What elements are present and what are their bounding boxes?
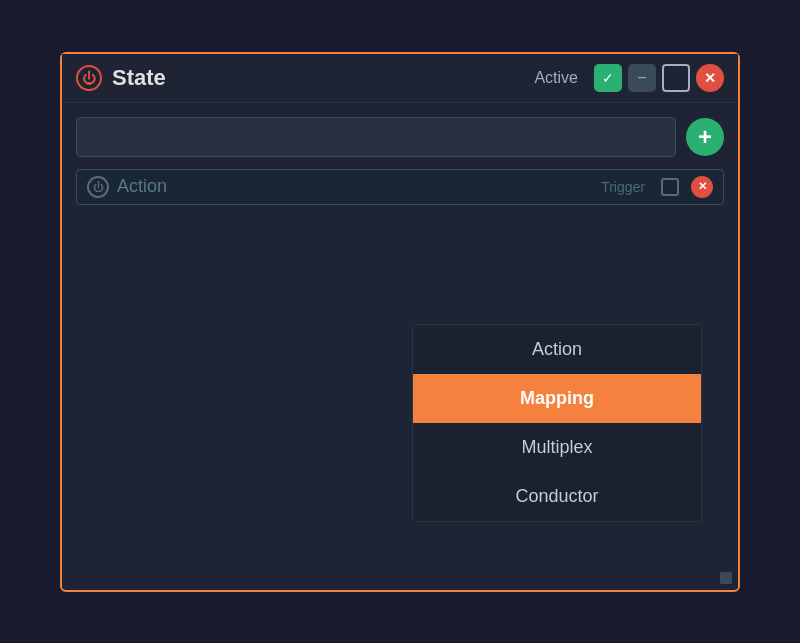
dropdown-item-multiplex[interactable]: Multiplex [413, 423, 701, 472]
title-bar: ⏻ State Active ✓ − ✕ [62, 54, 738, 103]
window-title: State [112, 65, 524, 91]
minus-icon: − [637, 69, 646, 87]
action-power-icon[interactable]: ⏻ [87, 176, 109, 198]
maximize-button[interactable] [662, 64, 690, 92]
content-area: + ⏻ Action Trigger ✕ [62, 103, 738, 219]
add-icon: + [698, 123, 712, 151]
dropdown-item-conductor[interactable]: Conductor [413, 472, 701, 521]
action-row: ⏻ Action Trigger ✕ [76, 169, 724, 205]
close-icon: ✕ [704, 70, 716, 86]
active-check-button[interactable]: ✓ [594, 64, 622, 92]
add-button[interactable]: + [686, 118, 724, 156]
trigger-checkbox[interactable] [661, 178, 679, 196]
scroll-hint [720, 572, 732, 584]
dropdown-item-action[interactable]: Action [413, 325, 701, 374]
title-bar-controls: ✓ − ✕ [594, 64, 724, 92]
power-icon-title[interactable]: ⏻ [76, 65, 102, 91]
dropdown-item-mapping[interactable]: Mapping [413, 374, 701, 423]
action-close-button[interactable]: ✕ [691, 176, 713, 198]
close-button[interactable]: ✕ [696, 64, 724, 92]
dropdown-menu: Action Mapping Multiplex Conductor [412, 324, 702, 522]
trigger-label: Trigger [601, 179, 645, 195]
action-close-icon: ✕ [698, 180, 707, 193]
main-window: ⏻ State Active ✓ − ✕ + [60, 52, 740, 592]
main-input[interactable] [76, 117, 676, 157]
check-icon: ✓ [602, 70, 614, 86]
minimize-button[interactable]: − [628, 64, 656, 92]
active-label: Active [534, 69, 578, 87]
input-row: + [76, 117, 724, 157]
action-label: Action [117, 176, 593, 197]
